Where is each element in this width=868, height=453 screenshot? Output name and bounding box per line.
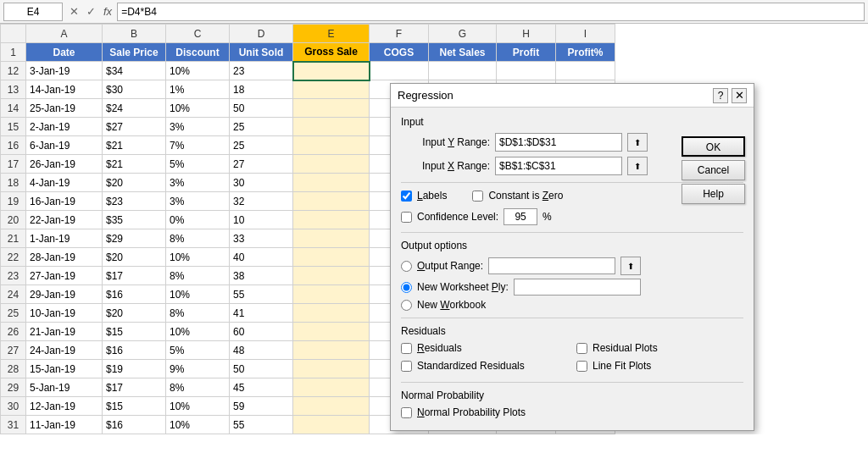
cell-31-a[interactable]: 11-Jan-19 — [26, 416, 103, 434]
cell-24-c[interactable]: 10% — [166, 285, 230, 304]
cell-26-a[interactable]: 21-Jan-19 — [26, 323, 103, 341]
cell-1-b[interactable]: Sale Price — [103, 43, 166, 62]
cell-15-c[interactable]: 3% — [166, 118, 230, 136]
cell-14-e[interactable] — [293, 99, 370, 118]
cell-31-e[interactable] — [293, 416, 370, 434]
cell-1-a[interactable]: Date — [26, 43, 103, 62]
cell-23-d[interactable]: 38 — [230, 267, 293, 285]
ok-button[interactable]: OK — [682, 136, 745, 157]
cell-17-b[interactable]: $21 — [103, 155, 166, 174]
cell-14-b[interactable]: $24 — [103, 99, 166, 118]
col-header-c[interactable]: C — [166, 25, 230, 43]
new-workbook-radio[interactable] — [401, 300, 412, 311]
cell-31-d[interactable]: 55 — [230, 416, 293, 434]
new-worksheet-input[interactable] — [514, 279, 641, 296]
constant-zero-label[interactable]: Constant is Zero — [488, 190, 563, 202]
cell-13-c[interactable]: 1% — [166, 80, 230, 99]
input-x-field[interactable] — [495, 157, 622, 175]
confidence-level-checkbox[interactable] — [401, 212, 412, 223]
output-range-button[interactable]: ⬆ — [620, 257, 641, 275]
confidence-level-label[interactable]: Confidence Level: — [417, 211, 498, 223]
confidence-level-input[interactable] — [504, 208, 537, 225]
help-button[interactable]: Help — [682, 184, 745, 204]
cell-21-d[interactable]: 33 — [230, 229, 293, 248]
cell-27-c[interactable]: 5% — [166, 341, 230, 360]
cell-22-b[interactable]: $20 — [103, 248, 166, 267]
cell-22-e[interactable] — [293, 248, 370, 267]
cell-27-e[interactable] — [293, 341, 370, 360]
cell-28-e[interactable] — [293, 360, 370, 378]
cell-14-a[interactable]: 25-Jan-19 — [26, 99, 103, 118]
cell-18-a[interactable]: 4-Jan-19 — [26, 174, 103, 192]
labels-checkbox-label[interactable]: Labels — [417, 190, 447, 202]
normal-probability-plots-label[interactable]: Normal Probability Plots — [417, 406, 526, 418]
col-header-g[interactable]: G — [429, 25, 497, 43]
cell-15-e[interactable] — [293, 118, 370, 136]
residual-plots-label[interactable]: Residual Plots — [593, 342, 658, 354]
cell-12-i[interactable] — [556, 62, 615, 80]
standardized-residuals-checkbox[interactable] — [401, 361, 412, 372]
confirm-formula-icon[interactable]: ✓ — [83, 5, 98, 18]
cell-27-b[interactable]: $16 — [103, 341, 166, 360]
cell-30-c[interactable]: 10% — [166, 397, 230, 416]
cell-16-d[interactable]: 25 — [230, 136, 293, 155]
cell-20-c[interactable]: 0% — [166, 211, 230, 229]
line-fit-plots-checkbox[interactable] — [576, 361, 587, 372]
cell-23-a[interactable]: 27-Jan-19 — [26, 267, 103, 285]
cell-13-a[interactable]: 14-Jan-19 — [26, 80, 103, 99]
cell-1-h[interactable]: Profit — [497, 43, 556, 62]
cell-24-d[interactable]: 55 — [230, 285, 293, 304]
cell-28-c[interactable]: 9% — [166, 360, 230, 378]
cell-25-b[interactable]: $20 — [103, 304, 166, 323]
cell-20-e[interactable] — [293, 211, 370, 229]
cell-18-e[interactable] — [293, 174, 370, 192]
cell-12-d[interactable]: 23 — [230, 62, 293, 80]
cell-20-d[interactable]: 10 — [230, 211, 293, 229]
cell-15-b[interactable]: $27 — [103, 118, 166, 136]
cell-17-a[interactable]: 26-Jan-19 — [26, 155, 103, 174]
cell-25-a[interactable]: 10-Jan-19 — [26, 304, 103, 323]
cell-16-b[interactable]: $21 — [103, 136, 166, 155]
cell-19-b[interactable]: $23 — [103, 192, 166, 211]
cell-23-e[interactable] — [293, 267, 370, 285]
output-range-label[interactable]: Output Range: — [417, 260, 483, 272]
cell-16-a[interactable]: 6-Jan-19 — [26, 136, 103, 155]
col-header-e[interactable]: E — [293, 25, 370, 43]
cell-1-c[interactable]: Discount — [166, 43, 230, 62]
constant-zero-checkbox[interactable] — [472, 191, 483, 202]
col-header-i[interactable]: I — [556, 25, 615, 43]
cell-19-d[interactable]: 32 — [230, 192, 293, 211]
cell-21-c[interactable]: 8% — [166, 229, 230, 248]
col-header-a[interactable]: A — [26, 25, 103, 43]
cell-21-b[interactable]: $29 — [103, 229, 166, 248]
residuals-label[interactable]: Residuals — [417, 342, 462, 354]
cell-1-d[interactable]: Unit Sold — [230, 43, 293, 62]
cell-31-b[interactable]: $16 — [103, 416, 166, 434]
dialog-close-button[interactable]: ✕ — [732, 88, 747, 103]
cell-28-b[interactable]: $19 — [103, 360, 166, 378]
cell-12-c[interactable]: 10% — [166, 62, 230, 80]
cell-27-d[interactable]: 48 — [230, 341, 293, 360]
cell-reference-box[interactable] — [3, 3, 63, 21]
cancel-button[interactable]: Cancel — [682, 160, 745, 180]
cell-20-b[interactable]: $35 — [103, 211, 166, 229]
col-header-b[interactable]: B — [103, 25, 166, 43]
col-header-d[interactable]: D — [230, 25, 293, 43]
cell-19-e[interactable] — [293, 192, 370, 211]
cell-27-a[interactable]: 24-Jan-19 — [26, 341, 103, 360]
cell-24-a[interactable]: 29-Jan-19 — [26, 285, 103, 304]
cell-1-f[interactable]: COGS — [370, 43, 429, 62]
cancel-formula-icon[interactable]: ✕ — [66, 5, 81, 18]
cell-31-c[interactable]: 10% — [166, 416, 230, 434]
cell-16-e[interactable] — [293, 136, 370, 155]
cell-21-a[interactable]: 1-Jan-19 — [26, 229, 103, 248]
cell-1-i[interactable]: Profit% — [556, 43, 615, 62]
output-range-radio[interactable] — [401, 261, 412, 272]
residual-plots-checkbox[interactable] — [576, 343, 587, 354]
cell-29-d[interactable]: 45 — [230, 378, 293, 397]
cell-28-d[interactable]: 50 — [230, 360, 293, 378]
cell-26-e[interactable] — [293, 323, 370, 341]
output-range-input[interactable] — [488, 257, 615, 274]
labels-checkbox[interactable] — [401, 191, 412, 202]
normal-probability-plots-checkbox[interactable] — [401, 407, 412, 418]
